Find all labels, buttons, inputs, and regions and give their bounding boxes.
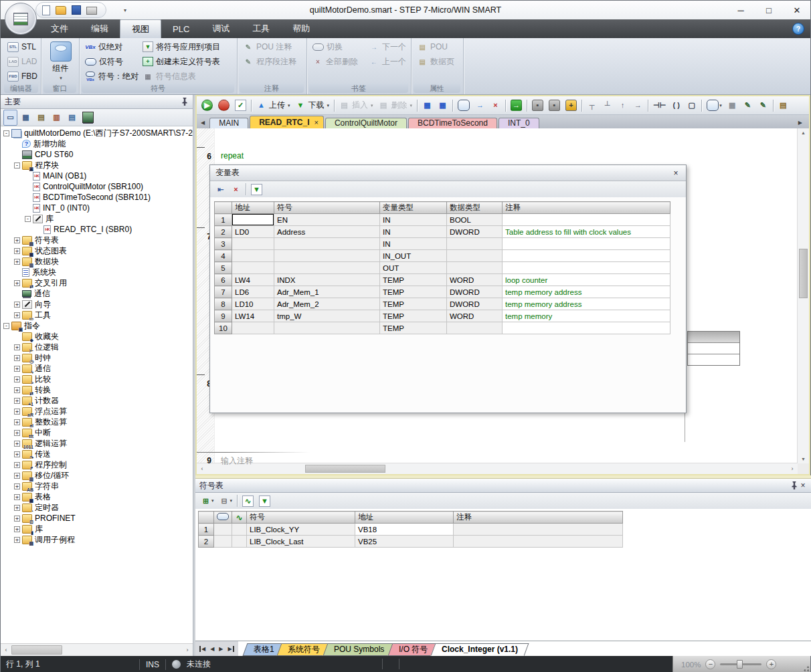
toggle-addressing-button[interactable]: ▾ [705, 98, 724, 114]
cell[interactable]: LD10 [232, 298, 274, 310]
previous-bookmark-button[interactable]: ←上一个 [367, 55, 408, 68]
line-up-button[interactable]: ↑ [616, 98, 630, 114]
tree-item[interactable]: +⊡PROFINET [1, 513, 193, 524]
cell[interactable]: IN [380, 226, 447, 238]
pou-properties-button[interactable]: ▤POU [415, 40, 460, 53]
tree-expander-icon[interactable]: + [14, 419, 20, 425]
zoom-out-button[interactable]: − [705, 659, 715, 669]
column-header[interactable]: 变量类型 [380, 202, 447, 214]
symbol-type-cell[interactable] [214, 536, 232, 548]
cell[interactable]: EN [274, 214, 380, 226]
tree-item[interactable]: HKMAIN (OB1) [1, 171, 193, 181]
column-header[interactable]: 符号 [247, 512, 355, 524]
pou-tab[interactable]: INT_0 [499, 118, 539, 128]
scroll-thumb[interactable] [305, 465, 385, 473]
ladder-instruction-box[interactable] [687, 331, 740, 366]
symbolic-absolute-button[interactable]: VBx符号：绝对 [83, 70, 141, 83]
close-icon[interactable]: × [671, 169, 681, 177]
tree-expander-icon[interactable]: + [14, 409, 20, 415]
cell[interactable] [232, 250, 274, 262]
cell[interactable] [447, 250, 503, 262]
row-number[interactable]: 10 [215, 322, 232, 334]
zoom-slider[interactable] [720, 663, 761, 665]
fbd-button[interactable]: FBDFBD [5, 70, 38, 83]
cell[interactable]: LD6 [232, 286, 274, 298]
cell[interactable] [503, 250, 670, 262]
previous-table-button[interactable]: ◀ [210, 646, 214, 652]
toggle-bookmark-button[interactable] [456, 98, 472, 114]
pou-tab[interactable]: READ_RTC_I× [250, 116, 324, 128]
symbol-table-view-button[interactable]: ▭ [3, 110, 17, 126]
insert-branch-down-button[interactable]: ┬ [585, 98, 599, 114]
cell[interactable] [274, 250, 380, 262]
editor-properties-button[interactable]: ▤ [776, 98, 790, 114]
row-number[interactable]: 7 [215, 286, 232, 298]
cell[interactable]: LW4 [232, 274, 274, 286]
tree-item[interactable]: -quiltMotorDemo (E:\西门子S7-200SMART\S7-20… [1, 128, 193, 138]
next-bookmark-button[interactable]: →下一个 [367, 40, 408, 53]
cell[interactable]: TEMP [380, 274, 447, 286]
network-comment[interactable]: repeat [221, 151, 244, 160]
column-header[interactable]: 数据类型 [447, 202, 503, 214]
run-button[interactable]: ▶ [199, 98, 215, 114]
tree-expander-icon[interactable]: + [14, 366, 20, 372]
zoom-slider-thumb[interactable] [737, 660, 743, 669]
io-type-cell[interactable] [232, 536, 247, 548]
symbol-info-table-button[interactable]: ▦符号信息表 [141, 70, 222, 83]
tree-item[interactable]: HKREAD_RTC_I (SBR0) [1, 224, 193, 235]
toggle-bookmark-button[interactable]: 切换 [310, 40, 360, 53]
scroll-left-icon[interactable]: ‹ [1, 644, 11, 656]
cell[interactable] [503, 262, 670, 274]
tree-item[interactable]: HKBCDTimeToSecond (SBR101) [1, 192, 193, 203]
tree-item[interactable]: +ϟ通信 [1, 363, 193, 374]
tree-expander-icon[interactable]: + [14, 516, 20, 522]
tree-expander-icon[interactable]: + [14, 259, 20, 265]
cell[interactable]: tmp_W [274, 310, 380, 322]
tab-close-icon[interactable]: × [314, 118, 319, 126]
insert-coil-button[interactable]: ( ) [669, 98, 683, 114]
tree-item[interactable]: +↷传送 [1, 449, 193, 459]
pin-icon[interactable] [790, 481, 798, 489]
tree-expander-icon[interactable]: + [14, 494, 20, 500]
tree-expander-icon[interactable]: + [14, 398, 20, 404]
cell[interactable]: DWORD [447, 298, 503, 310]
lock-add-button[interactable]: + [563, 98, 579, 114]
tree-item[interactable]: +◷时钟 [1, 352, 193, 363]
symbolic-only-button[interactable]: 仅符号 [83, 55, 141, 68]
next-bookmark-button[interactable]: → [473, 98, 487, 114]
tree-item[interactable]: +1011逻辑运算 [1, 438, 193, 449]
stop-button[interactable] [216, 98, 232, 114]
insert-button[interactable]: ▤插入▾ [337, 98, 375, 114]
cell[interactable]: temp memory address [503, 286, 670, 298]
scroll-up-icon[interactable]: ▲ [798, 130, 809, 135]
row-number[interactable]: 1 [215, 214, 232, 226]
cell[interactable]: temp memory [503, 310, 670, 322]
network-comment-placeholder[interactable]: 输入注释 [221, 455, 253, 467]
tree-item[interactable]: +⇄交叉引用 [1, 277, 193, 288]
tree-item[interactable]: +向导 [1, 299, 193, 310]
absolute-only-button[interactable]: VBx仅绝对 [83, 40, 141, 53]
tree-item[interactable]: ?新增功能 [1, 138, 193, 149]
cell[interactable]: IN_OUT [380, 250, 447, 262]
editor-vscrollbar[interactable]: ▲ ▼ [797, 128, 809, 463]
communications-view-button[interactable] [80, 110, 96, 126]
pou-tab[interactable]: MAIN [209, 118, 248, 128]
cell[interactable]: DWORD [447, 286, 503, 298]
scroll-right-icon[interactable]: › [787, 463, 798, 474]
pou-comments-button[interactable]: ✎POU 注释 [241, 40, 304, 53]
cell[interactable] [447, 262, 503, 274]
symbol-cell[interactable]: LIB_Clock_YY [247, 524, 355, 536]
cell[interactable]: OUT [380, 262, 447, 274]
tree-item[interactable]: 系统块 [1, 267, 193, 277]
column-header[interactable]: 注释 [503, 202, 670, 214]
network-comments-button[interactable]: ✎程序段注释 [241, 55, 304, 68]
row-number[interactable]: 9 [215, 310, 232, 322]
goto-button[interactable]: → [509, 98, 524, 114]
insert-symbol-button[interactable]: ⊞▾ [199, 493, 216, 509]
tree-item[interactable]: +⊢位逻辑 [1, 342, 193, 352]
create-undefined-symbol-table-button[interactable]: +创建未定义符号表 [141, 55, 222, 68]
tree-item[interactable]: 通信 [1, 288, 193, 299]
apply-symbols-to-project-button[interactable]: ▼将符号应用到项目 [141, 40, 222, 53]
row-number[interactable]: 5 [215, 262, 232, 274]
row-number[interactable]: 6 [215, 274, 232, 286]
